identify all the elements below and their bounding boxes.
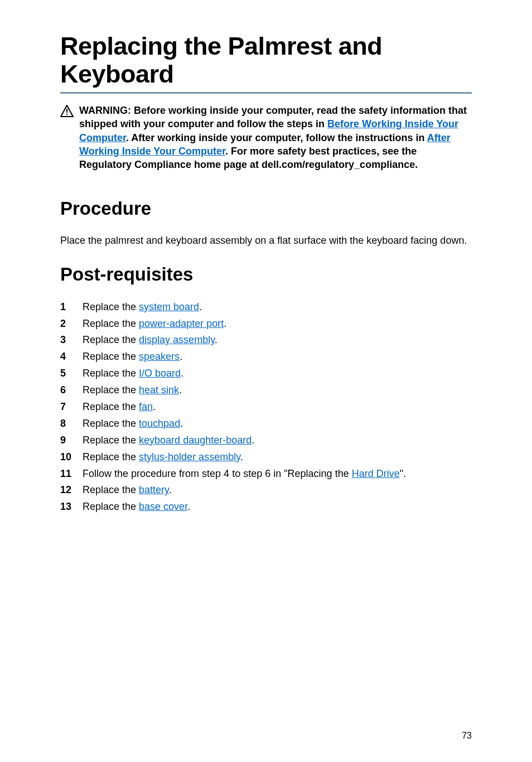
- link-speakers[interactable]: speakers: [139, 351, 180, 362]
- list-item: Follow the procedure from step 4 to step…: [60, 466, 472, 482]
- list-item: Replace the stylus-holder assembly.: [60, 450, 472, 465]
- step-pre: Replace the: [83, 484, 139, 495]
- procedure-body: Place the palmrest and keyboard assembly…: [60, 234, 472, 248]
- warning-triangle-icon: [60, 105, 74, 117]
- list-item: Replace the battery.: [60, 483, 472, 498]
- link-battery[interactable]: battery: [139, 484, 169, 495]
- step-post: .: [199, 301, 202, 312]
- step-pre: Replace the: [83, 301, 139, 312]
- step-post: .: [169, 484, 172, 495]
- link-stylus-holder-assembly[interactable]: stylus-holder assembly: [139, 451, 240, 462]
- procedure-heading: Procedure: [60, 198, 472, 219]
- list-item: Replace the speakers.: [60, 349, 472, 365]
- svg-rect-0: [66, 109, 67, 113]
- link-heat-sink[interactable]: heat sink: [139, 384, 179, 396]
- list-item: Replace the touchpad.: [60, 416, 472, 432]
- step-pre: Replace the: [83, 351, 139, 362]
- step-post: ".: [400, 468, 406, 479]
- svg-rect-1: [66, 114, 67, 115]
- step-pre: Replace the: [83, 418, 139, 429]
- step-post: .: [180, 418, 183, 429]
- list-item: Replace the power-adapter port.: [60, 316, 472, 332]
- step-pre: Replace the: [83, 401, 139, 412]
- step-post: .: [179, 384, 182, 396]
- postreq-heading: Post-requisites: [60, 264, 472, 285]
- link-power-adapter-port[interactable]: power-adapter port: [139, 318, 224, 329]
- step-pre: Follow the procedure from step 4 to step…: [83, 468, 352, 479]
- list-item: Replace the display assembly.: [60, 332, 472, 348]
- warning-mid1: . After working inside your computer, fo…: [126, 132, 427, 143]
- warning-text: WARNING: Before working inside your comp…: [79, 104, 472, 171]
- postreq-list: Replace the system board. Replace the po…: [60, 300, 472, 515]
- warning-block: WARNING: Before working inside your comp…: [60, 104, 472, 171]
- warning-icon-col: [60, 104, 74, 171]
- step-post: .: [180, 351, 182, 362]
- step-pre: Replace the: [83, 451, 139, 462]
- list-item: Replace the heat sink.: [60, 383, 472, 398]
- step-pre: Replace the: [83, 368, 139, 379]
- list-item: Replace the keyboard daughter-board.: [60, 433, 472, 448]
- step-pre: Replace the: [83, 501, 139, 512]
- link-base-cover[interactable]: base cover: [139, 501, 187, 512]
- list-item: Replace the I/O board.: [60, 366, 472, 382]
- page-title: Replacing the Palmrest and Keyboard: [60, 32, 472, 88]
- page-container: Replacing the Palmrest and Keyboard WARN…: [0, 0, 532, 762]
- step-post: .: [252, 435, 254, 446]
- list-item: Replace the fan.: [60, 399, 472, 415]
- link-io-board[interactable]: I/O board: [139, 368, 181, 379]
- step-post: .: [224, 318, 226, 329]
- link-fan[interactable]: fan: [139, 401, 153, 412]
- step-post: .: [187, 501, 190, 512]
- link-display-assembly[interactable]: display assembly: [139, 334, 215, 345]
- step-post: .: [240, 451, 243, 462]
- step-post: .: [153, 401, 156, 412]
- step-pre: Replace the: [83, 334, 139, 345]
- step-pre: Replace the: [83, 435, 139, 446]
- list-item: Replace the system board.: [60, 300, 472, 315]
- title-underline: [60, 92, 472, 94]
- list-item: Replace the base cover.: [60, 499, 472, 515]
- step-post: .: [215, 334, 217, 345]
- link-system-board[interactable]: system board: [139, 301, 199, 312]
- step-post: .: [181, 368, 183, 379]
- link-hard-drive[interactable]: Hard Drive: [352, 468, 400, 479]
- link-touchpad[interactable]: touchpad: [139, 418, 180, 429]
- link-keyboard-daughter-board[interactable]: keyboard daughter-board: [139, 435, 252, 446]
- page-number: 73: [462, 731, 472, 741]
- step-pre: Replace the: [83, 318, 139, 329]
- step-pre: Replace the: [83, 384, 139, 396]
